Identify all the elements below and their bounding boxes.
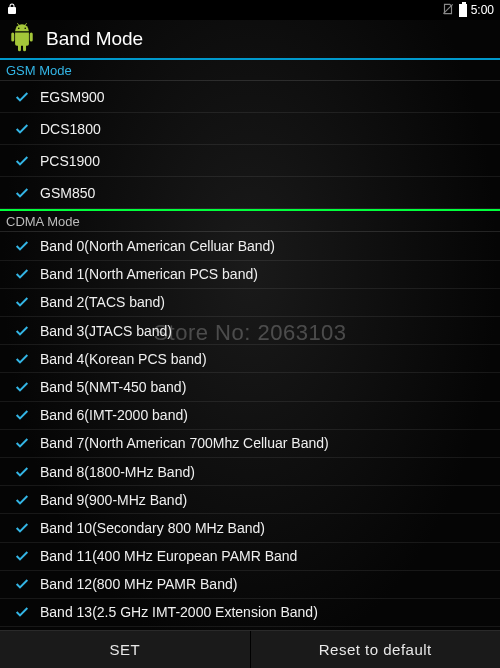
svg-rect-1 xyxy=(11,33,14,42)
band-label: Band 10(Secondary 800 MHz Band) xyxy=(40,520,265,536)
band-row[interactable]: Band 3(JTACS band) xyxy=(0,317,500,345)
gsm-section-header: GSM Mode xyxy=(0,60,500,81)
band-row[interactable]: Band 1(North American PCS band) xyxy=(0,261,500,289)
band-label: Band 6(IMT-2000 band) xyxy=(40,407,188,423)
android-icon xyxy=(8,22,36,56)
band-label: Band 8(1800-MHz Band) xyxy=(40,464,195,480)
band-label: Band 12(800 MHz PAMR Band) xyxy=(40,576,237,592)
band-label: Band 4(Korean PCS band) xyxy=(40,351,207,367)
checkmark-icon xyxy=(14,520,30,536)
checkmark-icon xyxy=(14,464,30,480)
checkmark-icon xyxy=(14,435,30,451)
checkmark-icon xyxy=(14,294,30,310)
checkmark-icon xyxy=(14,266,30,282)
checkmark-icon xyxy=(14,351,30,367)
band-row[interactable]: Band 11(400 MHz European PAMR Band xyxy=(0,543,500,571)
checkmark-icon xyxy=(14,548,30,564)
reset-button[interactable]: Reset to default xyxy=(251,631,501,668)
band-row[interactable]: GSM850 xyxy=(0,177,500,209)
band-row[interactable]: Band 0(North American Celluar Band) xyxy=(0,232,500,260)
page-title: Band Mode xyxy=(46,28,143,50)
status-bar: 5:00 xyxy=(0,0,500,20)
checkmark-icon xyxy=(14,89,30,105)
band-label: Band 3(JTACS band) xyxy=(40,323,172,339)
checkmark-icon xyxy=(14,379,30,395)
checkmark-icon xyxy=(14,238,30,254)
content-scroll[interactable]: GSM Mode EGSM900DCS1800PCS1900GSM850 CDM… xyxy=(0,60,500,629)
band-row[interactable]: Band 10(Secondary 800 MHz Band) xyxy=(0,514,500,542)
svg-rect-2 xyxy=(30,33,33,42)
band-row[interactable]: Band 6(IMT-2000 band) xyxy=(0,402,500,430)
band-label: Band 11(400 MHz European PAMR Band xyxy=(40,548,297,564)
clock: 5:00 xyxy=(471,3,494,17)
svg-point-5 xyxy=(18,28,20,30)
band-row[interactable]: Band 9(900-MHz Band) xyxy=(0,486,500,514)
svg-line-3 xyxy=(17,23,19,26)
band-label: Band 0(North American Celluar Band) xyxy=(40,238,275,254)
band-label: Band 9(900-MHz Band) xyxy=(40,492,187,508)
band-row[interactable]: EGSM900 xyxy=(0,81,500,113)
svg-point-6 xyxy=(24,28,26,30)
bottom-bar: SET Reset to default xyxy=(0,630,500,668)
lock-icon xyxy=(6,3,18,18)
checkmark-icon xyxy=(14,492,30,508)
band-label: Band 2(TACS band) xyxy=(40,294,165,310)
band-row[interactable]: Band 12(800 MHz PAMR Band) xyxy=(0,571,500,599)
band-row[interactable]: Band 5(NMT-450 band) xyxy=(0,373,500,401)
band-label: Band 13(2.5 GHz IMT-2000 Extension Band) xyxy=(40,604,318,620)
band-row[interactable]: DCS1800 xyxy=(0,113,500,145)
battery-icon xyxy=(459,4,467,17)
checkmark-icon xyxy=(14,323,30,339)
action-bar: Band Mode xyxy=(0,20,500,60)
band-label: Band 7(North American 700Mhz Celluar Ban… xyxy=(40,435,329,451)
band-row[interactable]: Band 2(TACS band) xyxy=(0,289,500,317)
band-row[interactable]: Band 13(2.5 GHz IMT-2000 Extension Band) xyxy=(0,599,500,627)
svg-line-4 xyxy=(25,23,27,26)
checkmark-icon xyxy=(14,121,30,137)
band-row[interactable]: Band 4(Korean PCS band) xyxy=(0,345,500,373)
no-sdcard-icon xyxy=(441,2,455,19)
band-row[interactable]: Band 7(North American 700Mhz Celluar Ban… xyxy=(0,430,500,458)
band-label: EGSM900 xyxy=(40,89,105,105)
cdma-section-header: CDMA Mode xyxy=(0,211,500,232)
checkmark-icon xyxy=(14,407,30,423)
checkmark-icon xyxy=(14,576,30,592)
band-label: GSM850 xyxy=(40,185,95,201)
band-label: DCS1800 xyxy=(40,121,101,137)
set-button[interactable]: SET xyxy=(0,631,251,668)
checkmark-icon xyxy=(14,604,30,620)
band-label: PCS1900 xyxy=(40,153,100,169)
checkmark-icon xyxy=(14,185,30,201)
checkmark-icon xyxy=(14,153,30,169)
band-row[interactable]: Band 8(1800-MHz Band) xyxy=(0,458,500,486)
band-label: Band 5(NMT-450 band) xyxy=(40,379,186,395)
band-row[interactable]: PCS1900 xyxy=(0,145,500,177)
band-label: Band 1(North American PCS band) xyxy=(40,266,258,282)
